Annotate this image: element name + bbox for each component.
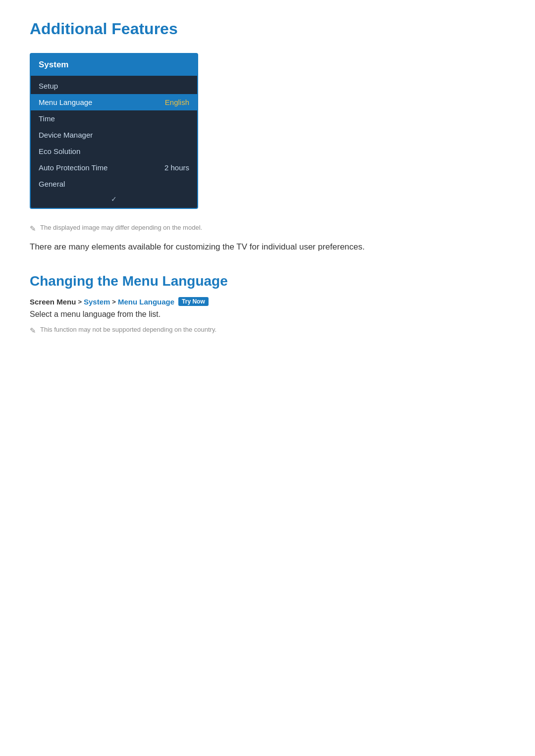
note-text-1: The displayed image may differ depending… xyxy=(40,224,202,231)
breadcrumb-menu-language: Menu Language xyxy=(118,298,174,306)
menu-item-setup[interactable]: Setup xyxy=(31,78,197,94)
tv-menu-header: System xyxy=(31,54,197,76)
section-title: Changing the Menu Language xyxy=(30,273,505,289)
menu-item-menu-language[interactable]: Menu Language English xyxy=(31,94,197,110)
breadcrumb-separator-2: > xyxy=(112,298,116,305)
menu-item-setup-label: Setup xyxy=(39,82,58,90)
menu-item-auto-protection-time[interactable]: Auto Protection Time 2 hours xyxy=(31,159,197,176)
note-text-2: This function may not be supported depen… xyxy=(40,326,216,333)
menu-item-eco-solution[interactable]: Eco Solution xyxy=(31,143,197,159)
tv-menu-body: Setup Menu Language English Time Device … xyxy=(31,76,197,208)
menu-item-time[interactable]: Time xyxy=(31,110,197,127)
note-row-2: ✎ This function may not be supported dep… xyxy=(30,326,505,335)
menu-item-auto-protection-time-label: Auto Protection Time xyxy=(39,163,107,172)
menu-item-general[interactable]: General xyxy=(31,176,197,192)
menu-item-eco-solution-label: Eco Solution xyxy=(39,147,80,155)
menu-item-device-manager[interactable]: Device Manager xyxy=(31,127,197,143)
breadcrumb: Screen Menu > System > Menu Language Try… xyxy=(30,297,505,306)
menu-item-device-manager-label: Device Manager xyxy=(39,131,93,139)
body-text: There are many elements available for cu… xyxy=(30,240,505,253)
pencil-icon-2: ✎ xyxy=(30,326,36,335)
menu-item-general-label: General xyxy=(39,180,65,188)
pencil-icon-1: ✎ xyxy=(30,224,36,233)
section-description: Select a menu language from the list. xyxy=(30,310,505,319)
menu-item-menu-language-value: English xyxy=(165,98,189,106)
menu-item-menu-language-label: Menu Language xyxy=(39,98,92,106)
note-row-1: ✎ The displayed image may differ dependi… xyxy=(30,224,505,233)
chevron-down-icon: ✓ xyxy=(31,192,197,206)
menu-item-time-label: Time xyxy=(39,114,55,123)
page-title: Additional Features xyxy=(30,20,505,38)
try-now-badge[interactable]: Try Now xyxy=(178,297,209,306)
breadcrumb-screen-menu: Screen Menu xyxy=(30,298,76,306)
breadcrumb-separator-1: > xyxy=(78,298,82,305)
breadcrumb-system: System xyxy=(84,298,110,306)
menu-item-auto-protection-time-value: 2 hours xyxy=(164,163,189,172)
tv-menu-box: System Setup Menu Language English Time … xyxy=(30,53,198,209)
